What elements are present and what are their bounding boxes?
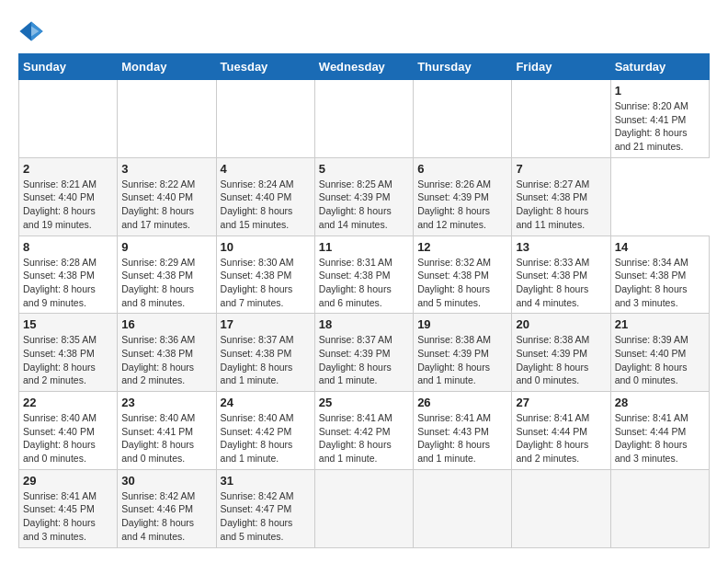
- day-number: 3: [121, 162, 211, 176]
- day-number: 8: [23, 240, 113, 254]
- calendar-day-cell: 15 Sunrise: 8:35 AM Sunset: 4:38 PM Dayl…: [19, 314, 118, 392]
- calendar-week-row: 2 Sunrise: 8:21 AM Sunset: 4:40 PM Dayli…: [19, 157, 710, 236]
- calendar-day-cell: [314, 469, 413, 547]
- calendar-week-row: 22 Sunrise: 8:40 AM Sunset: 4:40 PM Dayl…: [19, 392, 710, 470]
- sunrise: Sunrise: 8:35 AM: [23, 334, 97, 345]
- calendar-week-row: 8 Sunrise: 8:28 AM Sunset: 4:38 PM Dayli…: [19, 236, 710, 314]
- sunrise: Sunrise: 8:40 AM: [23, 412, 97, 423]
- sunrise: Sunrise: 8:41 AM: [615, 412, 688, 423]
- sunset: Sunset: 4:38 PM: [121, 348, 193, 359]
- calendar-day-cell: 1 Sunrise: 8:20 AM Sunset: 4:41 PM Dayli…: [610, 80, 709, 158]
- calendar-day-cell: 17 Sunrise: 8:37 AM Sunset: 4:38 PM Dayl…: [216, 314, 314, 392]
- calendar-day-cell: 10 Sunrise: 8:30 AM Sunset: 4:38 PM Dayl…: [216, 236, 314, 314]
- calendar-day-cell: 20 Sunrise: 8:38 AM Sunset: 4:39 PM Dayl…: [512, 314, 610, 392]
- page-header: [18, 18, 710, 44]
- day-number: 9: [121, 240, 211, 254]
- daylight: Daylight: 8 hours and 6 minutes.: [319, 283, 392, 308]
- daylight: Daylight: 8 hours and 0 minutes.: [516, 362, 588, 386]
- day-number: 18: [319, 317, 409, 331]
- daylight: Daylight: 8 hours and 3 minutes.: [23, 517, 96, 542]
- calendar-day-cell: 22 Sunrise: 8:40 AM Sunset: 4:40 PM Dayl…: [19, 392, 118, 470]
- sunset: Sunset: 4:40 PM: [221, 191, 292, 202]
- sunset: Sunset: 4:40 PM: [615, 348, 687, 359]
- sunset: Sunset: 4:38 PM: [121, 270, 193, 281]
- sunset: Sunset: 4:38 PM: [615, 270, 687, 281]
- sunset: Sunset: 4:42 PM: [221, 426, 292, 437]
- day-info: Sunrise: 8:40 AM Sunset: 4:42 PM Dayligh…: [221, 411, 311, 465]
- day-info: Sunrise: 8:30 AM Sunset: 4:38 PM Dayligh…: [221, 256, 311, 310]
- daylight: Daylight: 8 hours and 3 minutes.: [615, 439, 688, 464]
- day-number: 5: [319, 162, 409, 176]
- sunrise: Sunrise: 8:22 AM: [121, 178, 195, 190]
- day-number: 11: [319, 240, 409, 254]
- day-info: Sunrise: 8:42 AM Sunset: 4:46 PM Dayligh…: [121, 489, 211, 544]
- day-number: 25: [319, 396, 409, 409]
- day-number: 4: [221, 162, 311, 176]
- day-info: Sunrise: 8:27 AM Sunset: 4:38 PM Dayligh…: [516, 178, 606, 232]
- weekday-header: Wednesday: [314, 54, 413, 80]
- calendar-day-cell: 4 Sunrise: 8:24 AM Sunset: 4:40 PM Dayli…: [216, 157, 314, 236]
- calendar-day-cell: 25 Sunrise: 8:41 AM Sunset: 4:42 PM Dayl…: [314, 392, 413, 470]
- sunset: Sunset: 4:39 PM: [516, 348, 587, 359]
- day-number: 21: [615, 317, 705, 331]
- sunset: Sunset: 4:38 PM: [221, 348, 292, 359]
- day-number: 14: [615, 240, 705, 254]
- sunset: Sunset: 4:38 PM: [221, 270, 292, 281]
- day-number: 1: [615, 84, 705, 98]
- logo: [18, 18, 48, 44]
- day-info: Sunrise: 8:36 AM Sunset: 4:38 PM Dayligh…: [121, 333, 211, 387]
- day-info: Sunrise: 8:37 AM Sunset: 4:39 PM Dayligh…: [319, 333, 409, 387]
- sunrise: Sunrise: 8:33 AM: [516, 257, 589, 268]
- day-info: Sunrise: 8:41 AM Sunset: 4:45 PM Dayligh…: [23, 489, 113, 544]
- day-number: 31: [221, 474, 311, 488]
- daylight: Daylight: 8 hours and 5 minutes.: [417, 283, 490, 308]
- day-number: 13: [516, 240, 606, 254]
- sunset: Sunset: 4:40 PM: [121, 191, 193, 202]
- calendar-day-cell: 31 Sunrise: 8:42 AM Sunset: 4:47 PM Dayl…: [216, 469, 314, 547]
- calendar-day-cell: 27 Sunrise: 8:41 AM Sunset: 4:44 PM Dayl…: [512, 392, 610, 470]
- calendar-day-cell: [314, 80, 413, 158]
- day-info: Sunrise: 8:40 AM Sunset: 4:40 PM Dayligh…: [23, 411, 113, 465]
- calendar-week-row: 29 Sunrise: 8:41 AM Sunset: 4:45 PM Dayl…: [19, 469, 710, 547]
- daylight: Daylight: 8 hours and 1 minute.: [319, 362, 392, 386]
- weekday-header: Saturday: [610, 54, 709, 80]
- day-number: 12: [417, 240, 507, 254]
- calendar-day-cell: 9 Sunrise: 8:29 AM Sunset: 4:38 PM Dayli…: [118, 236, 216, 314]
- day-info: Sunrise: 8:37 AM Sunset: 4:38 PM Dayligh…: [221, 333, 311, 387]
- day-info: Sunrise: 8:22 AM Sunset: 4:40 PM Dayligh…: [121, 178, 211, 232]
- day-number: 20: [516, 317, 606, 331]
- daylight: Daylight: 8 hours and 7 minutes.: [221, 283, 293, 308]
- calendar-week-row: 1 Sunrise: 8:20 AM Sunset: 4:41 PM Dayli…: [19, 80, 710, 158]
- calendar-day-cell: 11 Sunrise: 8:31 AM Sunset: 4:38 PM Dayl…: [314, 236, 413, 314]
- calendar-day-cell: 5 Sunrise: 8:25 AM Sunset: 4:39 PM Dayli…: [314, 157, 413, 236]
- daylight: Daylight: 8 hours and 2 minutes.: [23, 362, 96, 386]
- weekday-header: Friday: [512, 54, 610, 80]
- calendar-day-cell: 14 Sunrise: 8:34 AM Sunset: 4:38 PM Dayl…: [610, 236, 709, 314]
- calendar-day-cell: 28 Sunrise: 8:41 AM Sunset: 4:44 PM Dayl…: [610, 392, 709, 470]
- sunset: Sunset: 4:39 PM: [417, 348, 489, 359]
- calendar-day-cell: [512, 469, 610, 547]
- day-info: Sunrise: 8:25 AM Sunset: 4:39 PM Dayligh…: [319, 178, 409, 232]
- sunset: Sunset: 4:47 PM: [221, 503, 292, 514]
- daylight: Daylight: 8 hours and 3 minutes.: [615, 283, 688, 308]
- sunrise: Sunrise: 8:42 AM: [121, 490, 195, 501]
- daylight: Daylight: 8 hours and 1 minute.: [221, 439, 293, 464]
- calendar-day-cell: [414, 469, 512, 547]
- day-info: Sunrise: 8:42 AM Sunset: 4:47 PM Dayligh…: [221, 489, 311, 544]
- day-info: Sunrise: 8:33 AM Sunset: 4:38 PM Dayligh…: [516, 256, 606, 310]
- weekday-header: Sunday: [19, 54, 118, 80]
- sunset: Sunset: 4:42 PM: [319, 426, 391, 437]
- calendar-day-cell: 21 Sunrise: 8:39 AM Sunset: 4:40 PM Dayl…: [610, 314, 709, 392]
- calendar-day-cell: [19, 80, 118, 158]
- daylight: Daylight: 8 hours and 8 minutes.: [121, 283, 194, 308]
- calendar-day-cell: [216, 80, 314, 158]
- weekday-header: Monday: [118, 54, 216, 80]
- calendar-day-cell: 8 Sunrise: 8:28 AM Sunset: 4:38 PM Dayli…: [19, 236, 118, 314]
- calendar-day-cell: 7 Sunrise: 8:27 AM Sunset: 4:38 PM Dayli…: [512, 157, 610, 236]
- day-info: Sunrise: 8:32 AM Sunset: 4:38 PM Dayligh…: [417, 256, 507, 310]
- calendar-day-cell: [610, 469, 709, 547]
- day-info: Sunrise: 8:29 AM Sunset: 4:38 PM Dayligh…: [121, 256, 211, 310]
- sunset: Sunset: 4:41 PM: [615, 114, 687, 125]
- day-info: Sunrise: 8:21 AM Sunset: 4:40 PM Dayligh…: [23, 178, 113, 232]
- daylight: Daylight: 8 hours and 1 minute.: [221, 362, 293, 386]
